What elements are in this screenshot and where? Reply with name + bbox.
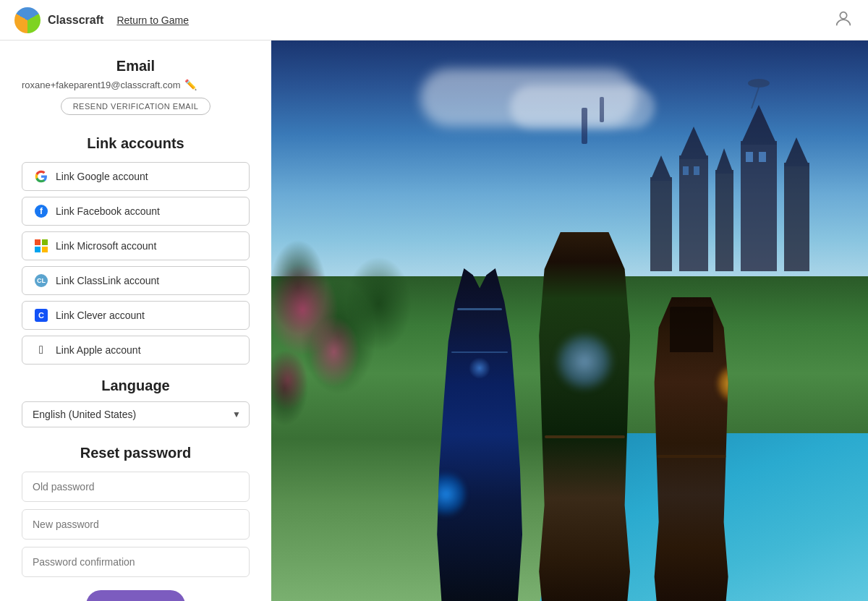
clever-icon: C: [34, 308, 48, 323]
save-password-button[interactable]: SAVE: [86, 590, 186, 601]
rogue-fire-glow: [717, 364, 752, 404]
rogue-body: [637, 297, 746, 601]
user-profile-icon[interactable]: [833, 9, 854, 32]
scene-characters: [301, 108, 868, 601]
link-apple-button[interactable]:  Link Apple account: [22, 336, 250, 365]
armor-highlight-2: [451, 351, 508, 353]
belt: [545, 435, 625, 438]
mage-character: [518, 232, 652, 601]
armor-highlight: [457, 308, 502, 310]
email-section: Email roxane+fakeparent19@classcraft.com…: [22, 58, 250, 132]
link-classlink-button[interactable]: CL Link ClassLink account: [22, 266, 250, 295]
reset-password-section: Reset password SAVE: [22, 442, 250, 601]
link-google-button[interactable]: Link Google account: [22, 162, 250, 191]
link-apple-label: Link Apple account: [56, 344, 141, 356]
mage-body: [518, 232, 652, 601]
warrior-energy-glow: [426, 471, 466, 518]
header: Classcraft Return to Game: [0, 0, 868, 41]
apple-icon: : [34, 343, 48, 357]
link-microsoft-button[interactable]: Link Microsoft account: [22, 231, 250, 260]
mage-orb: [554, 331, 616, 392]
rogue-character: [637, 297, 746, 601]
link-google-label: Link Google account: [56, 171, 148, 182]
game-scene-panel: [271, 41, 868, 601]
rogue-hood: [670, 307, 713, 352]
game-scene: [271, 41, 868, 601]
link-facebook-label: Link Facebook account: [56, 205, 160, 217]
link-clever-button[interactable]: C Link Clever account: [22, 301, 250, 330]
left-panel: Email roxane+fakeparent19@classcraft.com…: [0, 41, 271, 601]
svg-point-15: [748, 79, 770, 88]
language-section: Language English (United States) French …: [22, 370, 250, 442]
main-layout: Email roxane+fakeparent19@classcraft.com…: [0, 41, 868, 601]
email-section-title: Email: [22, 58, 250, 74]
link-clever-label: Link Clever account: [56, 310, 145, 321]
cape-highlight: [632, 288, 638, 509]
chest-emblem: [469, 357, 490, 379]
language-title: Language: [22, 378, 250, 394]
facebook-icon: f: [34, 204, 48, 218]
link-facebook-button[interactable]: f Link Facebook account: [22, 197, 250, 226]
link-classlink-label: Link ClassLink account: [56, 275, 159, 286]
return-to-game-link[interactable]: Return to Game: [116, 14, 189, 26]
logo-text: Classcraft: [48, 14, 103, 27]
edit-email-icon[interactable]: ✏️: [184, 79, 197, 90]
email-address-row: roxane+fakeparent19@classcraft.com ✏️: [22, 79, 250, 90]
password-confirmation-input[interactable]: [22, 547, 250, 577]
svg-line-16: [752, 88, 759, 108]
email-value: roxane+fakeparent19@classcraft.com: [22, 80, 181, 90]
google-icon: [34, 169, 48, 184]
rogue-belt: [657, 455, 726, 458]
new-password-input[interactable]: [22, 509, 250, 540]
old-password-input[interactable]: [22, 472, 250, 502]
language-select[interactable]: English (United States) French (Canada) …: [22, 401, 250, 427]
reset-password-title: Reset password: [80, 445, 191, 461]
link-accounts-section: Link accounts Link Google account f: [22, 135, 250, 370]
microsoft-icon: [34, 239, 48, 253]
svg-point-0: [840, 12, 846, 18]
classcraft-logo-icon: [14, 7, 41, 33]
header-left: Classcraft Return to Game: [14, 7, 189, 33]
link-microsoft-label: Link Microsoft account: [56, 240, 156, 252]
classlink-icon: CL: [34, 273, 48, 288]
resend-verification-button[interactable]: RESEND VERIFICATION EMAIL: [61, 98, 211, 115]
link-accounts-title: Link accounts: [22, 135, 250, 152]
language-select-wrapper: English (United States) French (Canada) …: [22, 401, 250, 427]
